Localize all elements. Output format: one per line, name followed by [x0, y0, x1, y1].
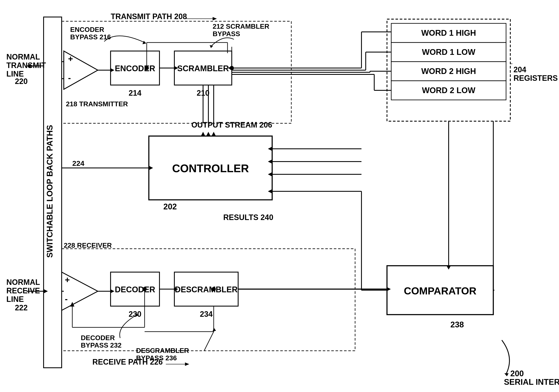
results-label: RESULTS 240 [223, 213, 273, 222]
registers-num: 204 [513, 65, 526, 74]
controller-label: CONTROLLER [172, 162, 249, 175]
svg-point-81 [212, 287, 216, 291]
normal-receive-line-label2: RECEIVE [6, 286, 40, 295]
encoder-num: 214 [129, 89, 141, 97]
encoder-bypass-label: ENCODER [70, 26, 104, 33]
word1-low-label: WORD 1 LOW [422, 48, 475, 56]
descrambler-num: 234 [200, 310, 213, 318]
diagram: SWITCHABLE LOOP BACK PATHS NORMAL TRANSM… [0, 0, 559, 392]
normal-receive-line-num: 222 [15, 303, 28, 312]
transmitter-minus: - [68, 73, 71, 83]
num-224: 224 [72, 159, 84, 167]
serial-interface-label: SERIAL INTERFACE [504, 378, 559, 386]
receive-path-label: RECEIVE PATH 226 [93, 358, 163, 366]
normal-receive-line-label3: LINE [6, 295, 24, 304]
encoder-label: ENCODER [115, 64, 155, 73]
transmit-path-label: TRANSMIT PATH 208 [111, 12, 187, 21]
decoder-bypass-label: DECODER [81, 334, 115, 342]
word2-low-label: WORD 2 LOW [422, 86, 475, 95]
scrambler-bypass-label2: BYPASS [213, 30, 240, 38]
serial-interface-num: 200 [510, 369, 524, 378]
normal-receive-line-label: NORMAL [6, 278, 40, 287]
registers-label: REGISTERS [513, 74, 558, 83]
descrambler-label: DESCRAMBLER [175, 285, 238, 294]
word2-high-label: WORD 2 HIGH [421, 67, 476, 76]
transmitter-plus: + [68, 54, 73, 63]
encoder-bypass-label2: BYPASS 216 [70, 33, 111, 41]
scrambler-label: SCRAMBLER [177, 64, 229, 73]
comparator-label: COMPARATOR [404, 285, 476, 297]
controller-num: 202 [163, 202, 177, 211]
decoder-bypass-label2: BYPASS 232 [81, 341, 122, 349]
normal-transmit-line-label: NORMAL [6, 53, 40, 61]
word1-high-label: WORD 1 HIGH [421, 28, 476, 37]
receiver-minus: - [65, 294, 68, 304]
normal-transmit-line-num: 220 [15, 77, 28, 86]
transmitter-label: 218 TRANSMITTER [66, 100, 128, 108]
switchable-loop-back-label: SWITCHABLE LOOP BACK PATHS [45, 125, 54, 258]
receiver-label: 228 RECEIVER [64, 242, 112, 249]
receiver-plus: + [65, 275, 70, 284]
descrambler-bypass-label: DESCRAMBLER [136, 347, 189, 354]
decoder-label: DECODER [115, 285, 155, 294]
comparator-num: 238 [450, 320, 464, 329]
normal-transmit-line-label2: TRANSMIT [6, 61, 46, 70]
decoder-num: 230 [129, 310, 141, 318]
scrambler-bypass-label: 212 SCRAMBLER [213, 23, 270, 30]
output-stream-label: OUTPUT STREAM 206 [191, 121, 272, 129]
